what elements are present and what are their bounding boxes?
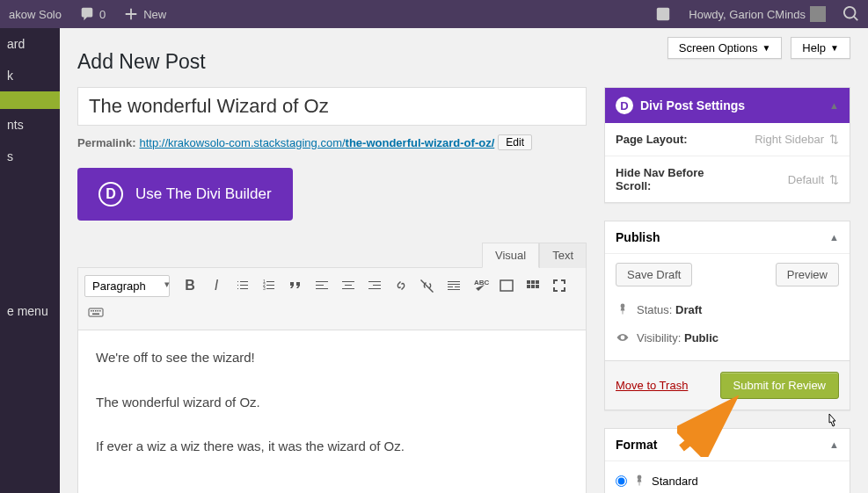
greeting-text: Howdy, Garion CMinds (689, 8, 806, 21)
comments-count: 0 (99, 8, 106, 21)
admin-toolbar: akow Solo 0 New Howdy, Garion CMinds (0, 0, 868, 28)
site-link[interactable]: akow Solo (0, 0, 70, 28)
new-label: New (143, 8, 166, 21)
svg-rect-0 (657, 8, 669, 20)
avatar (810, 6, 826, 22)
notification-icon[interactable] (646, 0, 680, 28)
user-greeting[interactable]: Howdy, Garion CMinds (680, 0, 835, 28)
comments-link[interactable]: 0 (70, 0, 114, 28)
new-link[interactable]: New (114, 0, 175, 28)
search-icon[interactable] (835, 0, 868, 28)
